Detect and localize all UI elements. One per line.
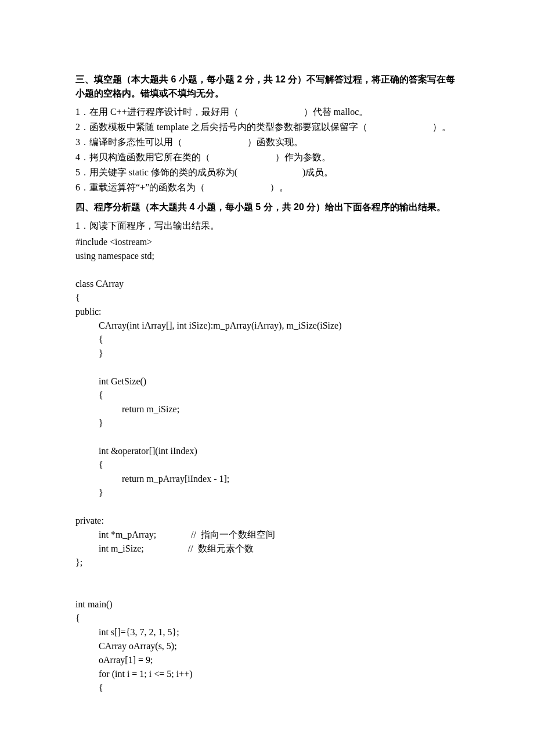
code-line: { bbox=[75, 611, 459, 625]
section-3-title: 三、填空题（本大题共 6 小题，每小题 2 分，共 12 分）不写解答过程，将正… bbox=[75, 73, 459, 100]
code-line: int *m_pArray; // 指向一个数组空间 bbox=[75, 528, 459, 542]
code-line: int m_iSize; // 数组元素个数 bbox=[75, 542, 459, 556]
fill-blank-item: 1．在用 C++进行程序设计时，最好用（ ）代替 malloc。 bbox=[75, 105, 459, 119]
section-4-title: 四、程序分析题（本大题共 4 小题，每小题 5 分，共 20 分）给出下面各程序… bbox=[75, 200, 459, 214]
code-line: } bbox=[75, 486, 459, 500]
code-line bbox=[75, 584, 459, 597]
code-line: #include <iostream> bbox=[75, 235, 459, 249]
code-line: int &operator[](int iIndex) bbox=[75, 444, 459, 458]
code-line: } bbox=[75, 347, 459, 361]
fill-blank-item: 6．重载运算符“+”的函数名为（ ）。 bbox=[75, 181, 459, 195]
code-line: class CArray bbox=[75, 277, 459, 291]
code-line: int main() bbox=[75, 597, 459, 611]
fill-blank-item: 2．函数模板中紧随 template 之后尖括号内的类型参数都要寇以保留字（ ）… bbox=[75, 120, 459, 134]
code-line: { bbox=[75, 291, 459, 305]
code-line: }; bbox=[75, 556, 459, 570]
fill-blank-item: 5．用关键字 static 修饰的类的成员称为( )成员。 bbox=[75, 165, 459, 179]
code-line: return m_pArray[iIndex - 1]; bbox=[75, 472, 459, 486]
code-line bbox=[75, 361, 459, 375]
fill-blank-item: 4．拷贝构造函数用它所在类的（ ）作为参数。 bbox=[75, 150, 459, 164]
code-line bbox=[75, 500, 459, 514]
code-line: CArray oArray(s, 5); bbox=[75, 639, 459, 653]
code-line: oArray[1] = 9; bbox=[75, 653, 459, 667]
code-line: { bbox=[75, 388, 459, 402]
program-question-prompt: 1．阅读下面程序，写出输出结果。 bbox=[75, 219, 459, 233]
code-line: { bbox=[75, 333, 459, 347]
code-line: CArray(int iArray[], int iSize):m_pArray… bbox=[75, 319, 459, 333]
code-line: public: bbox=[75, 305, 459, 319]
code-line: { bbox=[75, 681, 459, 695]
code-line bbox=[75, 570, 459, 584]
code-line: int GetSize() bbox=[75, 375, 459, 388]
code-line: for (int i = 1; i <= 5; i++) bbox=[75, 667, 459, 681]
fill-blank-item: 3．编译时多态性可以用（ ）函数实现。 bbox=[75, 135, 459, 149]
code-line: private: bbox=[75, 514, 459, 528]
section-3-items: 1．在用 C++进行程序设计时，最好用（ ）代替 malloc。 2．函数模板中… bbox=[75, 105, 459, 195]
code-line: } bbox=[75, 416, 459, 430]
code-line: using namespace std; bbox=[75, 249, 459, 263]
code-line bbox=[75, 430, 459, 444]
code-line: { bbox=[75, 458, 459, 472]
code-line: return m_iSize; bbox=[75, 402, 459, 416]
code-block: #include <iostream>using namespace std;c… bbox=[75, 235, 459, 695]
code-line bbox=[75, 263, 459, 277]
code-line: int s[]={3, 7, 2, 1, 5}; bbox=[75, 625, 459, 639]
